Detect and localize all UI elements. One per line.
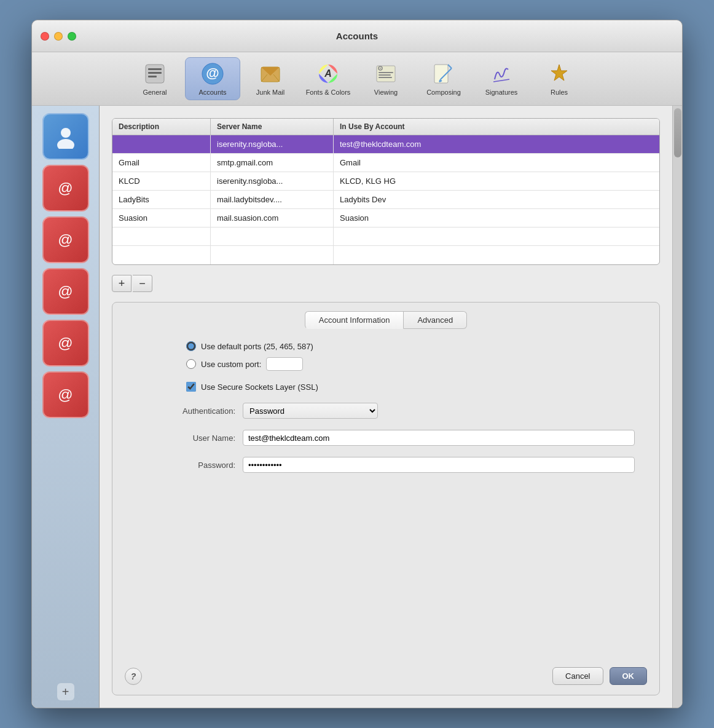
table-row[interactable]: LadyBits mail.ladybitsdev.... Ladybits D… bbox=[112, 191, 659, 209]
main-content: @ @ @ @ @ + Description bbox=[32, 106, 682, 708]
cell-description: Gmail bbox=[112, 154, 211, 172]
table-row[interactable]: Suasion mail.suasion.com Suasion bbox=[112, 209, 659, 228]
default-ports-label: Use default ports (25, 465, 587) bbox=[201, 342, 313, 351]
general-label: General bbox=[143, 89, 167, 96]
cell-description: Suasion bbox=[112, 209, 211, 227]
svg-text:@: @ bbox=[206, 65, 219, 81]
tabs-row: Account Information Advanced bbox=[112, 303, 659, 329]
cell-inuse: KLCD, KLG HG bbox=[334, 172, 659, 190]
form-area: Use default ports (25, 465, 587) Use cus… bbox=[112, 329, 659, 485]
accounts-icon: @ bbox=[200, 61, 225, 86]
toolbar-item-general[interactable]: General bbox=[127, 58, 182, 100]
toolbar-item-junkmail[interactable]: Junk Mail bbox=[243, 58, 298, 100]
sidebar-account-5[interactable]: @ bbox=[42, 320, 89, 366]
col-server: Server Name bbox=[211, 119, 334, 135]
default-ports-radio[interactable] bbox=[186, 341, 196, 351]
toolbar-item-viewing[interactable]: Viewing bbox=[358, 58, 414, 100]
svg-point-14 bbox=[380, 68, 381, 69]
ssl-label: Use Secure Sockets Layer (SSL) bbox=[201, 382, 318, 392]
toolbar-item-fontscolors[interactable]: A Fonts & Colors bbox=[300, 58, 356, 100]
toolbar: General @ Accounts Junk Mail bbox=[32, 52, 682, 106]
col-inuse: In Use By Account bbox=[334, 119, 659, 135]
cell-description: LadyBits bbox=[112, 191, 211, 208]
svg-point-23 bbox=[61, 128, 71, 138]
junkmail-icon bbox=[258, 61, 283, 86]
ssl-row: Use Secure Sockets Layer (SSL) bbox=[137, 382, 635, 392]
password-input[interactable] bbox=[243, 457, 635, 473]
sidebar-account-1[interactable] bbox=[42, 113, 89, 160]
sidebar-account-3[interactable]: @ bbox=[42, 216, 89, 263]
svg-rect-17 bbox=[379, 77, 392, 78]
right-scrollbar[interactable] bbox=[672, 106, 682, 708]
close-button[interactable] bbox=[41, 32, 49, 41]
window-title: Accounts bbox=[336, 31, 378, 41]
main-window: Accounts General @ Accounts bbox=[31, 20, 683, 708]
cell-description bbox=[112, 135, 211, 153]
composing-icon bbox=[431, 61, 456, 86]
sidebar: @ @ @ @ @ + bbox=[32, 106, 100, 708]
titlebar: Accounts bbox=[32, 20, 682, 52]
table-row-empty bbox=[112, 228, 659, 246]
fontscolors-icon: A bbox=[316, 61, 340, 86]
table-row[interactable]: Gmail smtp.gmail.com Gmail bbox=[112, 154, 659, 172]
table-header: Description Server Name In Use By Accoun… bbox=[112, 119, 659, 135]
toolbar-item-composing[interactable]: Composing bbox=[416, 58, 471, 100]
cell-inuse: test@theklcdteam.com bbox=[334, 135, 659, 153]
detail-panel: Account Information Advanced Use default… bbox=[112, 302, 660, 695]
svg-text:A: A bbox=[324, 68, 332, 79]
sidebar-account-6[interactable]: @ bbox=[42, 371, 89, 418]
junkmail-label: Junk Mail bbox=[256, 89, 284, 96]
cell-server: iserenity.nsglobа... bbox=[211, 135, 334, 153]
toolbar-item-signatures[interactable]: Signatures bbox=[474, 58, 529, 100]
cell-description: KLCD bbox=[112, 172, 211, 190]
tab-account-information[interactable]: Account Information bbox=[305, 311, 404, 329]
svg-rect-2 bbox=[148, 72, 162, 74]
accounts-table: Description Server Name In Use By Accoun… bbox=[112, 118, 660, 265]
cell-server: mail.ladybitsdev.... bbox=[211, 191, 334, 208]
username-label: User Name: bbox=[137, 433, 235, 443]
remove-button[interactable]: − bbox=[133, 275, 152, 292]
table-row[interactable]: KLCD iserenity.nsglobа... KLCD, KLG HG bbox=[112, 172, 659, 191]
authentication-select[interactable]: None Password MD5 Challenge-Response NTL… bbox=[243, 403, 378, 419]
signatures-icon bbox=[489, 61, 514, 86]
help-button[interactable]: ? bbox=[125, 668, 142, 685]
svg-rect-16 bbox=[379, 74, 391, 76]
maximize-button[interactable] bbox=[68, 32, 76, 41]
default-ports-row: Use default ports (25, 465, 587) bbox=[186, 341, 635, 351]
titlebar-buttons bbox=[41, 32, 76, 41]
sidebar-account-4[interactable]: @ bbox=[42, 268, 89, 315]
table-body: iserenity.nsglobа... test@theklcdteam.co… bbox=[112, 135, 659, 264]
svg-line-19 bbox=[448, 65, 452, 68]
table-row[interactable]: iserenity.nsglobа... test@theklcdteam.co… bbox=[112, 135, 659, 154]
cell-server: mail.suasion.com bbox=[211, 209, 334, 227]
username-input[interactable] bbox=[243, 430, 635, 446]
toolbar-item-rules[interactable]: Rules bbox=[532, 58, 587, 100]
cell-server: smtp.gmail.com bbox=[211, 154, 334, 172]
svg-point-24 bbox=[57, 139, 74, 149]
cell-inuse: Gmail bbox=[334, 154, 659, 172]
toolbar-item-accounts[interactable]: @ Accounts bbox=[185, 57, 240, 100]
col-description: Description bbox=[112, 119, 211, 135]
ok-button[interactable]: OK bbox=[610, 667, 648, 685]
ssl-checkbox[interactable] bbox=[186, 382, 196, 392]
custom-port-row: Use custom port: bbox=[186, 357, 635, 371]
custom-port-radio[interactable] bbox=[186, 359, 196, 369]
signatures-label: Signatures bbox=[485, 89, 518, 96]
custom-port-label: Use custom port: bbox=[201, 360, 261, 369]
add-button[interactable]: + bbox=[112, 275, 131, 292]
right-panel: Description Server Name In Use By Accoun… bbox=[100, 106, 672, 708]
svg-rect-3 bbox=[148, 76, 157, 77]
table-row-empty bbox=[112, 246, 659, 264]
viewing-icon bbox=[374, 61, 398, 86]
sidebar-account-2[interactable]: @ bbox=[42, 165, 89, 212]
cancel-button[interactable]: Cancel bbox=[552, 667, 603, 685]
custom-port-input[interactable] bbox=[266, 357, 303, 371]
tab-advanced[interactable]: Advanced bbox=[404, 311, 467, 329]
scrollbar-thumb bbox=[674, 108, 681, 157]
rules-label: Rules bbox=[551, 89, 568, 96]
authentication-row: Authentication: None Password MD5 Challe… bbox=[137, 403, 635, 419]
username-row: User Name: bbox=[137, 430, 635, 446]
general-icon bbox=[143, 61, 167, 86]
minimize-button[interactable] bbox=[54, 32, 63, 41]
sidebar-add-button[interactable]: + bbox=[57, 683, 74, 700]
